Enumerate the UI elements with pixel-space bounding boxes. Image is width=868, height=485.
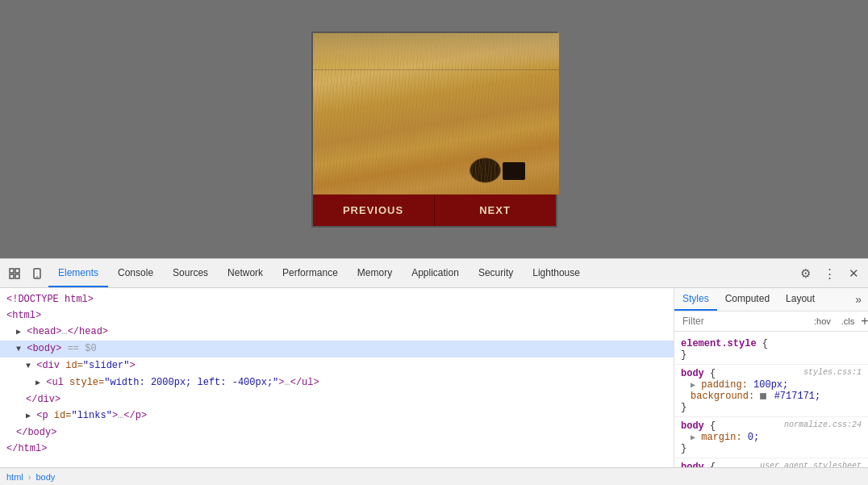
devtools-toolbar: Elements Console Sources Network Perform… [0,259,868,288]
tab-performance[interactable]: Performance [273,259,348,287]
close-devtools-button[interactable]: ✕ [842,262,865,285]
tag-close: > [129,360,135,371]
tab-console[interactable]: Console [108,259,163,287]
tab-lighthouse[interactable]: Lighthouse [523,259,590,287]
more-options-button[interactable]: ⋮ [818,262,841,285]
sky-strip [313,33,559,65]
attr-name: id= [54,410,72,421]
previous-button[interactable]: PREVIOUS [313,194,434,226]
collapse-triangle[interactable]: ▶ [26,412,31,420]
body-close-tag: </body> [16,427,56,438]
next-button[interactable]: NEXT [435,194,556,226]
html-line[interactable]: </html> [0,441,674,457]
prop-name: background: [691,391,754,402]
attr-value: "slider" [83,360,130,371]
div-tag: <div [36,360,65,371]
style-source: styles.css:1 [803,368,862,377]
html-open-tag: <html> [6,310,41,321]
add-style-rule-button[interactable]: + [861,315,868,328]
styles-tab-layout[interactable]: Layout [778,288,823,311]
html-line[interactable]: </body> [0,424,674,441]
fence-line [313,69,559,70]
html-line[interactable]: ▶ <head>…</head> [0,324,674,341]
attr-name: id= [65,360,83,371]
prop-value: #717171; [774,391,821,402]
style-selector: body [681,368,704,379]
status-separator: › [28,472,31,482]
expand-arrow[interactable]: ▶ [691,381,695,390]
dark-box [503,162,525,180]
slider-controls: PREVIOUS NEXT [313,194,556,226]
tab-security[interactable]: Security [469,259,523,287]
styles-tab-more[interactable]: » [849,288,868,311]
style-prop: background: #717171; [681,391,862,402]
tab-application[interactable]: Application [402,259,469,287]
svg-rect-0 [10,269,14,273]
tab-sources[interactable]: Sources [163,259,218,287]
style-selector: body [681,462,704,467]
html-line[interactable]: <!DOCTYPE html> [0,291,674,307]
attr-name: style= [69,377,104,388]
ul-tag: <ul [46,377,69,388]
p-tag: <p [36,410,54,421]
body-tag: <body> [27,343,61,354]
html-line[interactable]: ▶ <p id="links">…</p> [0,408,674,424]
html-line[interactable]: </div> [0,391,674,408]
filter-hov-toggle[interactable]: :hov [810,314,835,328]
style-brace-close: } [681,402,686,413]
tab-memory[interactable]: Memory [348,259,402,287]
style-brace-open: { [762,338,768,349]
style-prop: ▶ padding: 100px; [681,379,862,391]
settings-button[interactable]: ⚙ [794,262,816,285]
collapse-triangle[interactable]: ▶ [35,378,40,387]
head-close: </head> [68,326,108,337]
expand-arrow[interactable]: ▶ [691,433,695,442]
p-close: </p> [123,410,147,421]
expand-triangle[interactable]: ▼ [16,345,21,353]
inspect-icon [9,268,20,279]
expand-triangle[interactable]: ▼ [26,362,31,370]
status-html-link[interactable]: html [6,472,23,482]
style-block-body-3: body user agent stylesheet { display: bl… [674,458,868,467]
svg-rect-2 [10,274,14,278]
styles-panel: Styles Computed Layout » :hov .cls + ⊕ e… [674,288,868,467]
slider-image [313,33,559,194]
elements-panel[interactable]: <!DOCTYPE html> <html> ▶ <head>…</head> … [0,288,674,467]
html-line[interactable]: ▼ <div id="slider"> [0,357,674,374]
html-line[interactable]: ▶ <ul style="width: 2000px; left: -400px… [0,374,674,391]
svg-rect-3 [15,274,19,278]
ellipsis: … [61,326,67,337]
devtools-nav-back[interactable] [3,262,26,285]
status-body-link[interactable]: body [35,472,55,482]
style-source: user agent stylesheet [760,462,862,467]
prop-name: padding: [701,379,748,391]
grass-background [313,33,559,194]
html-line[interactable]: <html> [0,307,674,324]
color-swatch[interactable] [760,393,766,399]
svg-rect-1 [15,269,19,273]
body-indicator: == $0 [68,343,97,354]
style-brace-open: { [710,420,716,432]
styles-filter-bar: :hov .cls + ⊕ [674,311,868,332]
html-close-tag: </html> [6,443,47,454]
filter-cls-toggle[interactable]: .cls [838,315,858,328]
devtools-panel: Elements Console Sources Network Perform… [0,258,868,485]
collapse-triangle[interactable]: ▶ [16,328,21,337]
tab-network[interactable]: Network [218,259,273,287]
style-brace-open: { [710,462,716,467]
ellipsis: … [285,377,290,388]
styles-filter-input[interactable] [679,314,807,328]
status-bar: html › body [0,467,868,485]
devtools-toolbar-right: ⚙ ⋮ ✕ [794,262,865,285]
ul-close: </ul> [290,377,319,388]
tab-elements[interactable]: Elements [48,259,108,287]
styles-content: element.style { } body styles.css:1 { ▶ … [674,332,868,467]
style-block-body-1: body styles.css:1 { ▶ padding: 100px; ba… [674,365,868,417]
mobile-icon [31,268,43,279]
styles-tab-styles[interactable]: Styles [674,288,717,311]
devtools-mobile-toggle[interactable] [26,262,48,285]
html-line-body[interactable]: ▼ <body> == $0 [0,341,674,357]
style-block-element: element.style { } [674,335,868,365]
doctype-tag: <!DOCTYPE html> [6,294,94,305]
styles-tab-computed[interactable]: Computed [717,288,778,311]
